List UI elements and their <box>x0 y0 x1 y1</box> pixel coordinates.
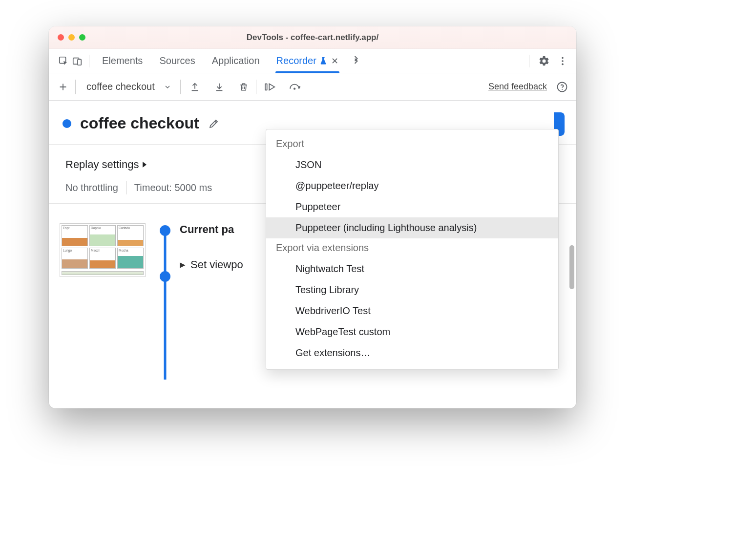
tab-label: Application <box>212 55 260 66</box>
new-recording-icon[interactable] <box>56 80 70 94</box>
separator <box>126 181 126 194</box>
slow-replay-icon[interactable] <box>288 80 302 94</box>
import-icon[interactable] <box>212 80 227 94</box>
tab-label: Sources <box>159 55 195 66</box>
recorder-toolbar: coffee checkout <box>49 73 576 101</box>
export-webpagetest[interactable]: WebPageTest custom <box>266 321 558 342</box>
recording-select-value: coffee checkout <box>86 81 155 92</box>
tab-elements[interactable]: Elements <box>102 49 143 73</box>
svg-rect-2 <box>78 59 81 65</box>
fullscreen-window-button[interactable] <box>79 34 85 41</box>
traffic-lights <box>58 34 85 41</box>
separator <box>180 80 181 94</box>
export-webdriverio[interactable]: WebdriverIO Test <box>266 300 558 321</box>
flask-icon <box>319 57 327 65</box>
chevron-right-icon <box>142 161 147 168</box>
export-icon[interactable] <box>188 80 202 94</box>
device-toolbar-icon[interactable] <box>70 54 84 68</box>
recording-select[interactable]: coffee checkout <box>86 81 171 92</box>
export-nightwatch[interactable]: Nightwatch Test <box>266 258 558 279</box>
svg-point-3 <box>562 57 564 59</box>
svg-point-4 <box>562 60 564 62</box>
svg-point-9 <box>562 89 563 90</box>
recording-indicator-icon <box>63 119 71 128</box>
close-window-button[interactable] <box>58 34 64 41</box>
delete-icon[interactable] <box>236 80 251 94</box>
timeout-value: Timeout: 5000 ms <box>134 182 212 193</box>
step-label: Current pa <box>180 223 234 236</box>
export-json[interactable]: JSON <box>266 154 558 175</box>
window-title: DevTools - coffee-cart.netlify.app/ <box>49 33 576 42</box>
export-puppeteer-lighthouse[interactable]: Puppeteer (including Lighthouse analysis… <box>266 217 558 238</box>
svg-rect-6 <box>265 84 267 90</box>
page-thumbnail: Espr Doppio Cortado Lungo Macch Mocha <box>60 223 146 277</box>
close-tab-icon[interactable]: ✕ <box>331 56 338 66</box>
step-rail <box>159 223 171 282</box>
tab-application[interactable]: Application <box>212 49 260 73</box>
devtools-tabbar: Elements Sources Application Recorder ✕ <box>49 49 576 73</box>
separator <box>529 55 529 67</box>
kebab-menu-icon[interactable] <box>556 54 569 68</box>
tab-recorder[interactable]: Recorder ✕ <box>276 49 338 73</box>
inspect-element-icon[interactable] <box>57 54 70 68</box>
step-label: Set viewpo <box>190 258 243 271</box>
tab-label: Elements <box>102 55 143 66</box>
step-over-icon[interactable] <box>263 80 278 94</box>
separator <box>256 80 256 94</box>
svg-point-7 <box>294 88 295 89</box>
svg-point-5 <box>562 63 564 65</box>
export-menu: Export JSON @puppeteer/replay Puppeteer … <box>266 129 559 370</box>
export-menu-header: Export <box>266 134 558 154</box>
export-get-extensions[interactable]: Get extensions… <box>266 342 558 363</box>
export-puppeteer[interactable]: Puppeteer <box>266 196 558 217</box>
window-titlebar: DevTools - coffee-cart.netlify.app/ <box>49 26 576 49</box>
chevron-down-icon <box>164 83 171 91</box>
tabs: Elements Sources Application Recorder ✕ <box>102 49 338 73</box>
devtools-window: DevTools - coffee-cart.netlify.app/ Elem… <box>49 26 576 408</box>
export-extensions-header: Export via extensions <box>266 238 558 258</box>
edit-title-icon[interactable] <box>208 118 220 129</box>
replay-settings-label: Replay settings <box>65 158 139 171</box>
chevron-right-icon: ▶ <box>180 260 186 269</box>
send-feedback-link[interactable]: Send feedback <box>488 82 547 92</box>
minimize-window-button[interactable] <box>68 34 75 41</box>
more-tabs-icon[interactable] <box>349 54 363 68</box>
export-testing-library[interactable]: Testing Library <box>266 279 558 300</box>
tab-sources[interactable]: Sources <box>159 49 195 73</box>
recording-title: coffee checkout <box>80 114 199 132</box>
help-icon[interactable] <box>555 80 569 94</box>
throttling-value: No throttling <box>65 182 118 193</box>
export-puppeteer-replay[interactable]: @puppeteer/replay <box>266 175 558 196</box>
tab-label: Recorder <box>276 55 316 66</box>
separator <box>89 55 89 67</box>
separator <box>75 80 76 94</box>
scrollbar-thumb[interactable] <box>569 245 574 289</box>
settings-gear-icon[interactable] <box>537 54 551 68</box>
